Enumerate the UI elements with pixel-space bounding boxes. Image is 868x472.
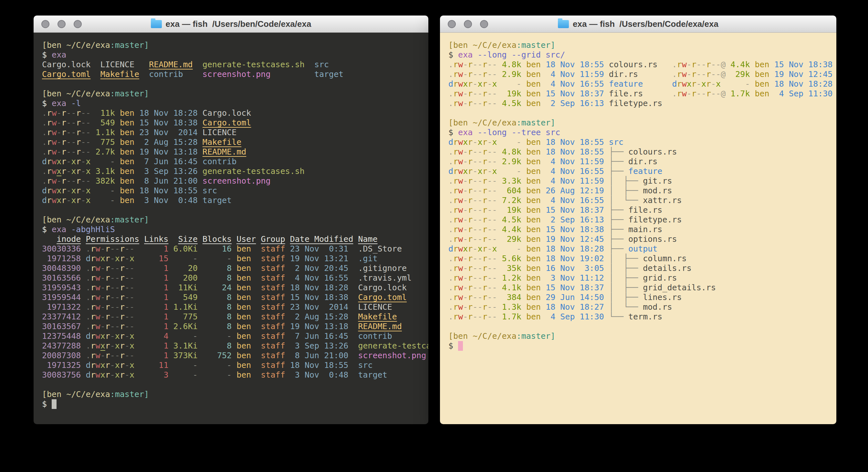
terminal-line: .rw-r--r-- 2.9k ben 4 Nov 11:59 ├── dir.… <box>448 157 836 167</box>
terminal-line: .rw-r--r-- 3.3k ben 4 Nov 11:59 │ ├── gi… <box>448 176 836 186</box>
window-title: exa — fish /Users/ben/Code/exa/exa <box>166 19 311 29</box>
terminal-line: 1971325 drwxr-xr-x 11 - - ben staff 18 N… <box>42 360 428 370</box>
terminal-line: .rw-r--r-- 382k ben 8 Jun 21:00 screensh… <box>42 176 428 186</box>
terminal-window-light: exa — fish /Users/ben/Code/exa/exa [ben … <box>440 16 836 424</box>
terminal-line: .rw-r--r-- 2.7k ben 19 Nov 13:18 README.… <box>42 147 428 157</box>
traffic-lights <box>41 16 82 32</box>
terminal-line: .rw-r--r-- 1.1k ben 23 Nov 2014 LICENCE <box>42 128 428 138</box>
terminal-line: 20087308 .rw-r--r-- 1 373Ki 752 ben staf… <box>42 351 428 360</box>
terminal-line: 30163566 .rw-r--r-- 1 200 8 ben staff 4 … <box>42 273 428 283</box>
terminal-line: .rw-r--r-- 29k ben 19 Nov 12:45 ├── opti… <box>448 234 836 244</box>
terminal-line: .rw-r--r-- 5.6k ben 18 Nov 19:02 │ ├── c… <box>448 254 836 264</box>
terminal-cursor <box>52 399 57 409</box>
terminal-line: 12375448 drwxr-xr-x 4 - - ben staff 7 Ju… <box>42 331 428 341</box>
terminal-line: [ben ~/C/e/exa:master] <box>448 118 836 128</box>
minimize-button[interactable] <box>464 20 472 28</box>
titlebar[interactable]: exa — fish /Users/ben/Code/exa/exa <box>440 16 836 33</box>
terminal-line: $ exa -abghHliS <box>42 225 428 234</box>
terminal-line <box>42 380 428 389</box>
terminal-line: Cargo.toml Makefile contrib screenshot.p… <box>42 69 428 79</box>
terminal-line: .rw-r--r-- 19k ben 15 Nov 18:37 ├── file… <box>448 205 836 215</box>
terminal-line: $ exa --long --tree src <box>448 128 836 138</box>
terminal-line: [ben ~/C/e/exa:master] <box>42 389 428 399</box>
terminal-line: 30163567 .rw-r--r-- 1 2.6Ki 8 ben staff … <box>42 322 428 331</box>
terminal-line: [ben ~/C/e/exa:master] <box>42 89 428 98</box>
terminal-line: drwxr-xr-x - ben 4 Nov 16:55 feature drw… <box>448 79 836 89</box>
folder-icon <box>558 20 569 28</box>
terminal-line <box>448 322 836 331</box>
desktop: { "window": { "title": "exa — fish /User… <box>0 0 868 472</box>
terminal-cursor <box>458 341 463 351</box>
terminal-line: 30083756 drwxr-xr-x 3 - - ben staff 3 No… <box>42 370 428 380</box>
terminal-line: $ exa <box>42 50 428 60</box>
terminal-line: .rw-r--r-- 4.5k ben 2 Sep 16:13 filetype… <box>448 98 836 108</box>
terminal-line: .rw-r--r-- 35k ben 16 Nov 3:05 │ ├── det… <box>448 264 836 273</box>
close-button[interactable] <box>448 20 456 28</box>
folder-icon <box>151 20 162 28</box>
terminal-line: .rw-r--r-- 4.4k ben 15 Nov 18:38 ├── mai… <box>448 225 836 234</box>
terminal-line: drwxr-xr-x - ben 7 Jun 16:45 contrib <box>42 157 428 167</box>
terminal-line <box>448 108 836 118</box>
right-terminal-output[interactable]: [ben ~/C/e/exa:master]$ exa --long --gri… <box>440 33 836 424</box>
terminal-line: .rw-r--r-- 11k ben 18 Nov 18:28 Cargo.lo… <box>42 108 428 118</box>
terminal-line: 30048390 .rw-r--r-- 1 20 8 ben staff 2 N… <box>42 264 428 273</box>
terminal-line: .rw-r--r-- 384 ben 29 Jun 14:50 │ ├── li… <box>448 293 836 302</box>
terminal-line: 31959544 .rw-r--r-- 1 549 8 ben staff 15… <box>42 293 428 302</box>
close-button[interactable] <box>41 20 50 28</box>
terminal-line: $ exa -l <box>42 98 428 108</box>
terminal-line: .rw-r--r-- 4.1k ben 15 Nov 18:37 │ ├── g… <box>448 283 836 293</box>
terminal-line: .rw-r--r-- 549 ben 15 Nov 18:38 Cargo.to… <box>42 118 428 128</box>
zoom-button[interactable] <box>480 20 488 28</box>
terminal-line: 31959543 .rw-r--r-- 1 11Ki 24 ben staff … <box>42 283 428 293</box>
traffic-lights <box>448 16 488 32</box>
terminal-line: [ben ~/C/e/exa:master] <box>42 40 428 50</box>
window-title: exa — fish /Users/ben/Code/exa/exa <box>573 19 718 29</box>
terminal-line: .rw-r--r-- 4.8k ben 18 Nov 18:55 colours… <box>448 60 836 69</box>
terminal-line: 1971258 drwxr-xr-x 15 - - ben staff 19 N… <box>42 254 428 264</box>
terminal-line: .rw-r--r-- 2.9k ben 4 Nov 11:59 dir.rs .… <box>448 69 836 79</box>
terminal-line: $ exa --long --grid src/ <box>448 50 836 60</box>
minimize-button[interactable] <box>58 20 66 28</box>
left-terminal-output[interactable]: [ben ~/C/e/exa:master]$ exaCargo.lock LI… <box>34 33 428 424</box>
terminal-line: .rw-r--r-- 1.2k ben 3 Nov 11:12 │ ├── gr… <box>448 273 836 283</box>
terminal-line: 1971322 .rw-r--r-- 1 1.1Ki 8 ben staff 2… <box>42 302 428 312</box>
window-title-area: exa — fish /Users/ben/Code/exa/exa <box>440 16 836 32</box>
terminal-line: .rw-r--r-- 19k ben 15 Nov 18:37 file.rs … <box>448 89 836 98</box>
terminal-line: [ben ~/C/e/exa:master] <box>448 331 836 341</box>
titlebar[interactable]: exa — fish /Users/ben/Code/exa/exa <box>34 16 428 33</box>
terminal-line: drwxr-xr-x - ben 18 Nov 18:55 src <box>448 138 836 147</box>
terminal-line: [ben ~/C/e/exa:master] <box>448 40 836 50</box>
terminal-line: .rw-r--r-- 4.5k ben 2 Sep 16:13 ├── file… <box>448 215 836 225</box>
terminal-window-dark: exa — fish /Users/ben/Code/exa/exa [ben … <box>34 16 428 424</box>
terminal-line: .rw-r--r-- 1.3k ben 18 Nov 18:27 │ └── m… <box>448 302 836 312</box>
terminal-line: inode Permissions Links Size Blocks User… <box>42 234 428 244</box>
terminal-line: $ <box>42 399 428 409</box>
terminal-line: .rw-r--r-- 775 ben 2 Aug 15:28 Makefile <box>42 138 428 147</box>
zoom-button[interactable] <box>74 20 82 28</box>
terminal-line: 23377412 .rw-r--r-- 1 775 8 ben staff 2 … <box>42 312 428 322</box>
terminal-line: drwxr-xr-x - ben 3 Nov 0:48 target <box>42 196 428 205</box>
terminal-line: .rwxr-xr-x 3.1k ben 3 Sep 13:26 generate… <box>42 167 428 176</box>
terminal-line: drwxr-xr-x - ben 4 Nov 16:55 ├── feature <box>448 167 836 176</box>
terminal-line: $ <box>448 341 836 351</box>
terminal-line: [ben ~/C/e/exa:master] <box>42 215 428 225</box>
terminal-line: .rw-r--r-- 604 ben 26 Aug 12:19 │ ├── mo… <box>448 186 836 196</box>
terminal-line: Cargo.lock LICENCE README.md generate-te… <box>42 60 428 69</box>
terminal-line: drwxr-xr-x - ben 18 Nov 18:55 src <box>42 186 428 196</box>
terminal-line: 24377288 .rwxr-xr-x 1 3.1Ki 8 ben staff … <box>42 341 428 351</box>
terminal-line: 30030336 .rw-r--r-- 1 6.0Ki 16 ben staff… <box>42 244 428 254</box>
terminal-line: drwxr-xr-x - ben 18 Nov 18:28 ├── output <box>448 244 836 254</box>
terminal-line: .rw-r--r-- 1.7k ben 4 Sep 11:30 └── term… <box>448 312 836 322</box>
window-title-area: exa — fish /Users/ben/Code/exa/exa <box>34 16 428 32</box>
terminal-line: .rw-r--r-- 7.2k ben 4 Nov 16:55 │ └── xa… <box>448 196 836 205</box>
terminal-line <box>42 79 428 89</box>
terminal-line: .rw-r--r-- 4.8k ben 18 Nov 18:55 ├── col… <box>448 147 836 157</box>
terminal-line <box>42 205 428 215</box>
